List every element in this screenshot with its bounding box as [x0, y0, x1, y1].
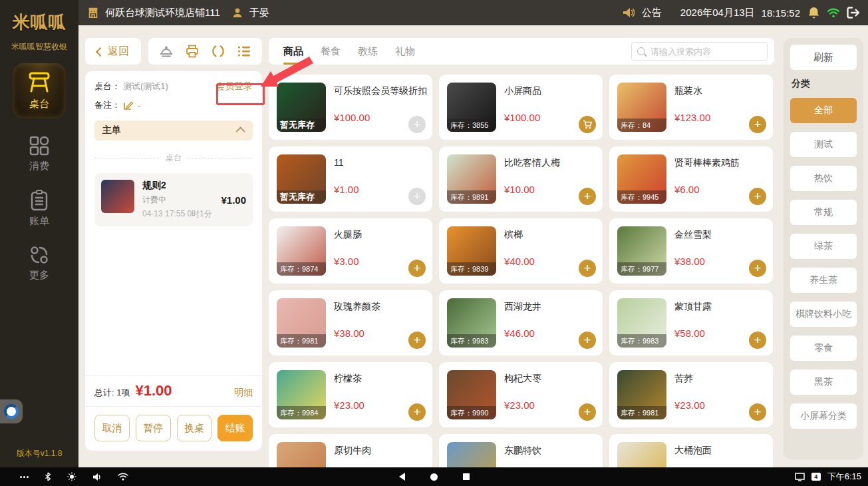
category-button[interactable]: 养生茶 [790, 268, 857, 293]
category-button[interactable]: 棋牌饮料小吃 [790, 302, 857, 327]
more-options-icon[interactable] [20, 476, 29, 478]
note-label: 备注： [94, 99, 120, 111]
edit-note-icon[interactable] [122, 99, 134, 111]
catalog-tab[interactable]: 餐食 [319, 39, 342, 64]
category-button[interactable]: 测试 [790, 132, 857, 157]
add-to-order-button[interactable] [579, 403, 596, 421]
product-card[interactable]: 可乐按照会员等级折扣 ¥100.00 暂无库存 [269, 75, 432, 140]
category-button[interactable]: 热饮 [790, 166, 857, 191]
wifi-icon[interactable] [827, 6, 840, 19]
assistive-touch-button[interactable] [0, 399, 23, 423]
order-item[interactable]: 规则2 计费中 04-13 17:55 0时1分 ¥1.00 [94, 173, 253, 226]
plus-icon [413, 118, 420, 131]
sync-icon[interactable] [211, 44, 225, 59]
sidebar-item-tables[interactable]: 桌台 [13, 63, 66, 119]
announcement-label[interactable]: 公告 [642, 7, 662, 19]
product-card[interactable]: 西湖龙井 ¥46.00 库存：9983 [439, 290, 603, 356]
product-card[interactable]: 金丝雪梨 ¥38.00 库存：9977 [609, 218, 773, 284]
category-label: 棋牌饮料小吃 [796, 308, 851, 320]
pause-button[interactable]: 暂停 [136, 415, 171, 441]
search-input[interactable] [649, 46, 762, 57]
category-button[interactable]: 常规 [790, 200, 857, 225]
checkout-button[interactable]: 结账 [217, 415, 253, 441]
add-to-order-button[interactable] [579, 332, 596, 349]
plus-icon [583, 190, 591, 203]
nav-recents-button[interactable] [463, 473, 470, 480]
add-to-order-button[interactable] [408, 116, 426, 133]
product-card[interactable]: 大桶泡面 [609, 434, 773, 467]
product-price: ¥123.00 [674, 112, 710, 123]
add-to-order-button[interactable] [408, 403, 426, 421]
product-name: 11 [334, 157, 428, 168]
cart-icon [583, 120, 593, 129]
sidebar-item-label: 桌台 [13, 98, 66, 111]
announcement-speaker-icon[interactable] [622, 6, 635, 19]
product-card[interactable]: 原切牛肉 [269, 434, 432, 467]
category-button[interactable]: 黑茶 [790, 369, 857, 395]
product-card[interactable]: 11 ¥1.00 暂无库存 [269, 146, 432, 212]
refresh-button[interactable]: 刷新 [790, 45, 857, 70]
product-card[interactable]: 蒙顶甘露 ¥58.00 库存：9983 [609, 290, 773, 356]
nav-home-button[interactable] [430, 473, 438, 481]
search-icon [637, 47, 645, 55]
product-price: ¥23.00 [674, 399, 705, 411]
product-name: 瓶装水 [674, 85, 769, 97]
order-list-icon[interactable] [237, 44, 251, 59]
product-card[interactable]: 玫瑰养颜茶 ¥38.00 库存：9981 [269, 290, 432, 356]
category-panel: 刷新 分类 全部 测试 热饮 常规 绿茶 养生茶 [784, 38, 863, 459]
add-to-order-button[interactable] [749, 403, 766, 421]
catalog-tab[interactable]: 礼物 [394, 39, 416, 64]
service-bell-icon[interactable] [159, 44, 174, 59]
product-card[interactable]: 东鹏特饮 [439, 434, 603, 467]
nav-back-button[interactable] [399, 473, 405, 481]
product-card[interactable]: 火腿肠 ¥3.00 库存：9874 [269, 218, 432, 284]
category-button[interactable]: 零食 [790, 336, 857, 361]
catalog-tab[interactable]: 教练 [357, 39, 379, 64]
add-to-order-button[interactable] [579, 260, 596, 277]
product-price: ¥1.00 [334, 184, 359, 195]
change-table-button[interactable]: 换桌 [177, 415, 212, 441]
sidebar-item-bills[interactable]: 账单 [13, 190, 66, 228]
back-button[interactable]: 返回 [85, 38, 141, 65]
cancel-button[interactable]: 取消 [94, 415, 130, 441]
search-box[interactable] [631, 42, 768, 61]
category-button[interactable]: 绿茶 [790, 234, 857, 259]
product-card[interactable]: 枸杞大枣 ¥23.00 库存：9990 [439, 362, 603, 427]
detail-link[interactable]: 明细 [234, 387, 253, 399]
add-to-order-button[interactable] [749, 332, 766, 349]
notification-bell-icon[interactable] [807, 6, 820, 19]
category-label: 常规 [814, 206, 833, 218]
product-card[interactable]: 小屏商品 ¥100.00 库存：3855 [439, 75, 603, 140]
category-button[interactable]: 小屏幕分类 [790, 403, 857, 429]
sidebar-item-consume[interactable]: 消费 [13, 136, 66, 172]
main-area: 返回 [78, 25, 868, 467]
product-card[interactable]: 苦荞 ¥23.00 库存：9981 [609, 362, 773, 427]
add-to-order-button[interactable] [408, 332, 426, 349]
logout-icon[interactable] [847, 6, 860, 19]
window-count-badge[interactable]: 4 [811, 473, 821, 481]
member-login-link[interactable]: 会员登录 [216, 81, 253, 93]
product-card[interactable]: 贤哥棒棒素鸡筋 ¥6.00 库存：9945 [609, 146, 773, 212]
add-to-order-button[interactable] [749, 188, 766, 205]
main-order-header[interactable]: 主单 [94, 121, 253, 140]
add-to-order-button[interactable] [579, 116, 596, 133]
product-card[interactable]: 槟榔 ¥40.00 库存：9839 [439, 218, 603, 284]
add-to-order-button[interactable] [579, 188, 596, 205]
product-card[interactable]: 瓶装水 ¥123.00 库存：84 [609, 75, 773, 140]
brightness-icon[interactable] [67, 472, 76, 481]
add-to-order-button[interactable] [749, 116, 766, 133]
sidebar-item-more[interactable]: 更多 [13, 245, 66, 282]
display-icon[interactable] [795, 473, 805, 481]
product-card[interactable]: 柠檬茶 ¥23.00 库存：9984 [269, 362, 432, 427]
add-to-order-button[interactable] [408, 260, 426, 277]
wifi-status-icon[interactable] [118, 473, 128, 481]
add-to-order-button[interactable] [408, 188, 426, 205]
bluetooth-icon[interactable] [45, 472, 51, 481]
product-name: 可乐按照会员等级折扣 [334, 85, 428, 97]
printer-icon[interactable] [185, 44, 200, 59]
category-button[interactable]: 全部 [790, 98, 857, 123]
catalog-tab[interactable]: 商品 [282, 39, 305, 64]
volume-icon[interactable] [92, 473, 102, 481]
product-card[interactable]: 比吃客情人梅 ¥10.00 库存：9891 [439, 146, 603, 212]
add-to-order-button[interactable] [749, 260, 766, 277]
